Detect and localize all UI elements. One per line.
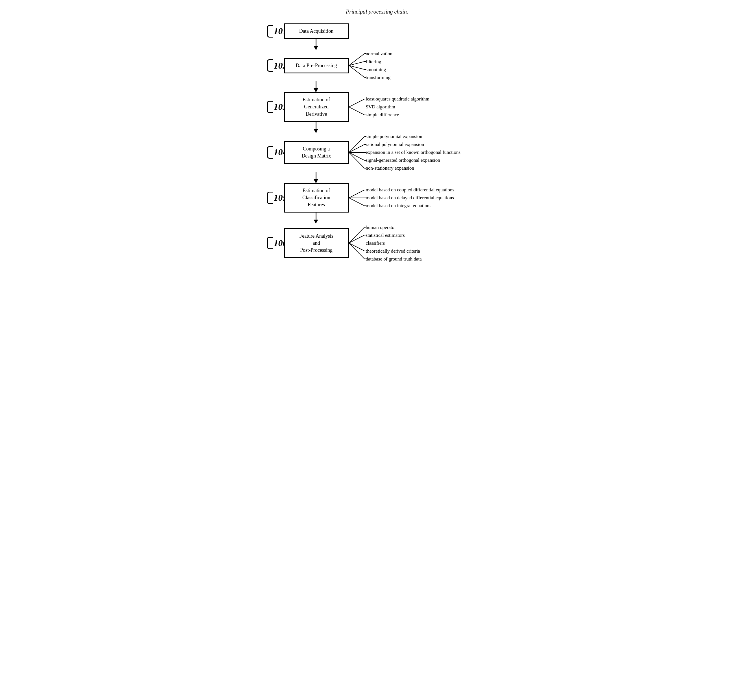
annotation-item-104-1: rational polynomial expansion bbox=[366, 141, 461, 148]
annotation-item-102-2: smoothing bbox=[366, 66, 393, 73]
page-title: Principal processing chain. bbox=[250, 8, 504, 15]
fan-svg-103 bbox=[349, 95, 366, 119]
annotation-item-106-1: statistical estimators bbox=[366, 231, 422, 239]
step-row-105: 105Estimation of Classification Features… bbox=[284, 183, 504, 213]
svg-line-28 bbox=[349, 198, 364, 206]
annotations-102: normalizationfilteringsmoothingtransform… bbox=[349, 50, 393, 81]
svg-line-24 bbox=[349, 190, 364, 198]
annotation-item-102-0: normalization bbox=[366, 50, 393, 58]
annotations-106: human operatorstatistical estimatorsclas… bbox=[349, 223, 422, 263]
annotation-item-103-1: SVD algorithm bbox=[366, 103, 430, 111]
step-row-101: 101Data Acquisition bbox=[284, 23, 504, 39]
fan-svg-106 bbox=[349, 223, 366, 263]
svg-line-32 bbox=[349, 235, 364, 243]
svg-line-30 bbox=[349, 227, 364, 243]
svg-line-38 bbox=[349, 243, 364, 259]
svg-line-8 bbox=[349, 99, 364, 107]
annotations-103: least-squares quadratic algorithmSVD alg… bbox=[349, 95, 430, 119]
arrow-102 bbox=[316, 81, 316, 92]
step-row-106: 106Feature Analysis and Post-Processingh… bbox=[284, 223, 504, 263]
annotation-item-106-4: database of ground truth data bbox=[366, 255, 422, 263]
annotation-text-col-104: simple polynomial expansionrational poly… bbox=[366, 133, 461, 172]
annotations-105: model based on coupled differential equa… bbox=[349, 186, 455, 210]
arrow-103 bbox=[316, 122, 316, 133]
annotation-text-col-103: least-squares quadratic algorithmSVD alg… bbox=[366, 95, 430, 119]
annotation-item-106-2: classifiers bbox=[366, 239, 422, 247]
annotation-item-103-2: simple difference bbox=[366, 111, 430, 119]
bracket-103 bbox=[267, 101, 273, 113]
step-row-104: 104Composing a Design Matrixsimple polyn… bbox=[284, 133, 504, 172]
annotation-item-104-2: expansion in a set of known orthogonal f… bbox=[366, 148, 461, 156]
arrow-105 bbox=[316, 212, 316, 223]
annotation-text-col-106: human operatorstatistical estimatorsclas… bbox=[366, 223, 422, 263]
box-106: Feature Analysis and Post-Processing bbox=[284, 228, 349, 258]
svg-line-12 bbox=[349, 107, 364, 115]
bracket-104 bbox=[267, 146, 273, 159]
svg-line-22 bbox=[349, 152, 364, 168]
annotation-item-104-4: non-stationary expansion bbox=[366, 164, 461, 172]
svg-line-16 bbox=[349, 145, 364, 152]
bracket-102 bbox=[267, 59, 273, 72]
fan-svg-105 bbox=[349, 186, 366, 210]
page: Principal processing chain. 101Data Acqu… bbox=[250, 8, 504, 263]
annotation-item-105-2: model based on integral equations bbox=[366, 202, 455, 210]
bracket-105 bbox=[267, 192, 273, 204]
annotation-text-col-102: normalizationfilteringsmoothingtransform… bbox=[366, 50, 393, 81]
step-row-102: 102Data Pre-Processingnormalizationfilte… bbox=[284, 50, 504, 81]
svg-line-20 bbox=[349, 152, 364, 160]
annotation-item-103-0: least-squares quadratic algorithm bbox=[366, 95, 430, 103]
annotation-text-col-105: model based on coupled differential equa… bbox=[366, 186, 455, 210]
fan-svg-104 bbox=[349, 133, 366, 172]
arrow-104 bbox=[316, 172, 316, 183]
arrow-101 bbox=[316, 39, 316, 50]
box-105: Estimation of Classification Features bbox=[284, 183, 349, 213]
svg-line-14 bbox=[349, 137, 364, 152]
annotation-item-105-1: model based on delayed differential equa… bbox=[366, 194, 455, 202]
bracket-101 bbox=[267, 25, 273, 38]
flowchart: 101Data Acquisition102Data Pre-Processin… bbox=[250, 23, 504, 263]
annotations-104: simple polynomial expansionrational poly… bbox=[349, 133, 461, 172]
fan-svg-102 bbox=[349, 50, 366, 81]
box-102: Data Pre-Processing bbox=[284, 58, 349, 73]
bracket-106 bbox=[267, 237, 273, 249]
box-104: Composing a Design Matrix bbox=[284, 141, 349, 164]
box-101: Data Acquisition bbox=[284, 23, 349, 39]
annotation-item-102-1: filtering bbox=[366, 58, 393, 66]
annotation-item-104-0: simple polynomial expansion bbox=[366, 133, 461, 141]
annotation-item-102-3: transforming bbox=[366, 73, 393, 81]
box-103: Estimation of Generalized Derivative bbox=[284, 92, 349, 122]
svg-line-36 bbox=[349, 243, 364, 251]
step-row-103: 103Estimation of Generalized Derivativel… bbox=[284, 92, 504, 122]
annotation-item-106-3: theoretically derived criteria bbox=[366, 247, 422, 255]
annotation-item-105-0: model based on coupled differential equa… bbox=[366, 186, 455, 194]
annotation-item-104-3: signal-generated orthogonal expansion bbox=[366, 156, 461, 164]
annotation-item-106-0: human operator bbox=[366, 223, 422, 231]
